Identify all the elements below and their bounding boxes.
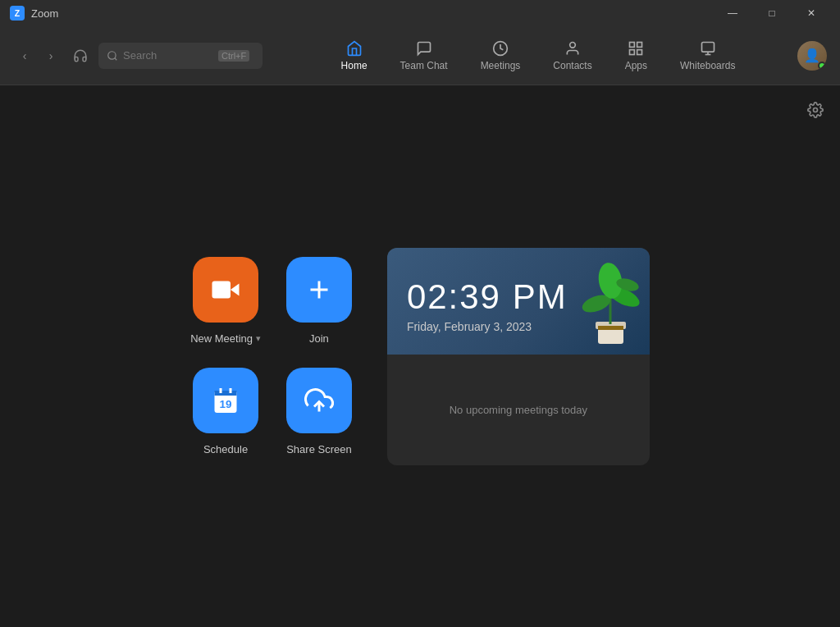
clock-card: 02:39 PM Friday, February 3, 2023 [387,248,650,465]
svg-point-5 [570,42,576,48]
nav-buttons: ‹ › [13,44,62,67]
new-meeting-button[interactable] [193,257,258,323]
tab-meetings[interactable]: Meetings [464,34,537,78]
svg-text:Z: Z [15,8,21,18]
calendar-icon: 19 [211,386,240,415]
svg-rect-25 [598,326,623,330]
plant-decoration [568,248,650,355]
apps-icon [628,40,644,57]
schedule-label: Schedule [203,443,248,455]
title-bar: Z Zoom — □ ✕ [0,0,840,26]
svg-rect-10 [701,42,714,52]
tab-team-chat-label: Team Chat [400,60,448,71]
back-button[interactable]: ‹ [13,44,36,67]
svg-text:19: 19 [220,398,232,410]
minimize-button[interactable]: — [714,0,751,26]
join-item: Join [284,257,354,345]
svg-rect-6 [630,42,635,47]
user-avatar[interactable]: 👤 [797,41,827,71]
gear-icon [807,102,824,118]
svg-point-2 [108,51,116,58]
tab-home[interactable]: Home [325,34,384,78]
action-grid: New Meeting ▾ Join [190,257,354,455]
tab-home-label: Home [341,60,368,71]
new-meeting-label: New Meeting ▾ [190,332,261,345]
share-screen-label: Share Screen [286,443,352,455]
tab-team-chat[interactable]: Team Chat [384,34,464,78]
new-meeting-chevron: ▾ [256,333,261,344]
whiteboard-icon [700,40,716,57]
share-screen-item: Share Screen [284,368,354,455]
svg-rect-7 [637,42,642,47]
video-camera-icon [211,275,240,304]
home-icon [346,40,363,57]
toolbar: ‹ › Ctrl+F Home Team Chat [0,26,840,85]
nav-tabs: Home Team Chat Meetings Contacts [285,34,791,78]
tab-contacts-label: Contacts [553,60,591,71]
window-controls: — □ ✕ [714,0,830,26]
settings-button[interactable] [804,98,827,126]
maximize-button[interactable]: □ [753,0,791,26]
svg-rect-14 [212,281,231,299]
clock-icon [492,40,509,57]
search-bar[interactable]: Ctrl+F [98,43,262,69]
chat-icon [416,40,432,57]
content-area: New Meeting ▾ Join [190,248,650,465]
tab-apps[interactable]: Apps [609,34,664,78]
plus-icon [304,275,334,304]
headset-button[interactable] [69,44,92,67]
clock-header: 02:39 PM Friday, February 3, 2023 [387,248,650,355]
tab-contacts[interactable]: Contacts [536,34,608,78]
close-button[interactable]: ✕ [792,0,830,26]
forward-button[interactable]: › [39,44,62,67]
zoom-logo: Z [10,6,25,21]
tab-whiteboards[interactable]: Whiteboards [664,34,751,78]
schedule-button[interactable]: 19 [193,368,258,433]
title-bar-left: Z Zoom [10,6,58,21]
svg-rect-8 [637,49,642,54]
svg-line-3 [115,57,117,60]
contacts-icon [564,40,581,57]
plant-svg [572,248,650,355]
main-content: New Meeting ▾ Join [0,85,840,627]
app-title: Zoom [31,7,58,20]
svg-rect-9 [630,49,635,54]
tab-whiteboards-label: Whiteboards [680,60,735,71]
search-shortcut: Ctrl+F [218,50,249,62]
schedule-item: 19 Schedule [190,368,261,455]
share-screen-button[interactable] [286,368,352,433]
svg-point-13 [814,108,818,112]
online-status-dot [818,62,826,70]
clock-body: No upcoming meetings today [387,355,650,465]
join-button[interactable] [286,257,352,323]
search-icon [107,50,118,62]
new-meeting-item: New Meeting ▾ [190,257,261,345]
search-input[interactable] [123,49,213,62]
no-meetings-text: No upcoming meetings today [450,404,587,416]
tab-apps-label: Apps [625,60,647,71]
share-screen-icon [304,386,334,415]
tab-meetings-label: Meetings [481,60,521,71]
join-label: Join [309,332,329,345]
